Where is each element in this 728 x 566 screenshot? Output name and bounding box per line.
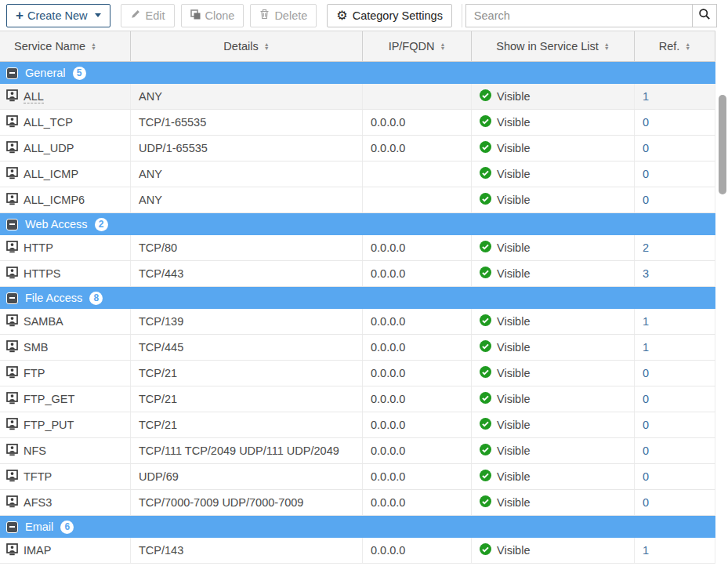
category-row[interactable]: Email 6 (0, 516, 715, 538)
ref-link[interactable]: 0 (643, 367, 649, 379)
ref-link[interactable]: 3 (643, 267, 649, 280)
table-row[interactable]: ALL_ICMP6 ANY Visible 0 (0, 187, 715, 213)
table-row[interactable]: ALL_ICMP ANY Visible 0 (0, 161, 715, 187)
column-header-ref[interactable]: Ref. ▲▼ (635, 31, 715, 61)
ref-link[interactable]: 0 (643, 168, 649, 180)
edit-button[interactable]: Edit (121, 4, 175, 27)
table-row[interactable]: SAMBA TCP/139 0.0.0.0 Visible 1 (0, 309, 715, 335)
column-header-label: Show in Service List (496, 40, 599, 53)
column-header-ip-fqdn[interactable]: IP/FQDN ▲▼ (363, 31, 472, 61)
service-name-cell: ALL_UDP (0, 136, 131, 161)
search-button[interactable] (692, 5, 716, 27)
service-ip-cell: 0.0.0.0 (363, 438, 472, 463)
ref-link[interactable]: 0 (643, 194, 649, 206)
ref-link[interactable]: 0 (643, 444, 649, 457)
collapse-minus-icon[interactable] (6, 67, 18, 79)
table-row[interactable]: FTP TCP/21 0.0.0.0 Visible 0 (0, 361, 715, 386)
ref-link[interactable]: 1 (643, 90, 649, 103)
column-header-label: Service Name (14, 40, 85, 53)
show-in-service-list-cell: Visible (472, 386, 635, 412)
service-terminal-icon (6, 495, 18, 510)
service-ip-cell: 0.0.0.0 (363, 538, 472, 563)
service-ip-cell: 0.0.0.0 (363, 261, 472, 286)
create-new-label: Create New (27, 9, 88, 22)
service-name-cell: AFS3 (0, 490, 131, 515)
service-ip-cell (363, 161, 472, 187)
service-ip-cell: 0.0.0.0 (363, 235, 472, 260)
vertical-scrollbar-thumb[interactable] (719, 95, 726, 194)
category-settings-button[interactable]: ⚙ Category Settings (327, 4, 452, 27)
table-row[interactable]: HTTP TCP/80 0.0.0.0 Visible 2 (0, 235, 715, 261)
ref-link[interactable]: 2 (643, 241, 649, 254)
service-details: TCP/143 (139, 544, 183, 557)
service-terminal-icon (6, 89, 18, 104)
ref-link[interactable]: 0 (643, 142, 649, 154)
category-row[interactable]: File Access 8 (0, 287, 715, 309)
show-in-service-list-cell: Visible (472, 361, 635, 386)
visible-label: Visible (497, 367, 530, 379)
table-row[interactable]: ALL_TCP TCP/1-65535 0.0.0.0 Visible 0 (0, 110, 715, 136)
service-details: TCP/111 TCP/2049 UDP/111 UDP/2049 (139, 444, 339, 457)
category-row[interactable]: Web Access 2 (0, 213, 715, 235)
table-row[interactable]: SMB TCP/445 0.0.0.0 Visible 1 (0, 335, 715, 361)
ref-link[interactable]: 1 (643, 341, 649, 354)
visible-label: Visible (497, 315, 530, 328)
service-ip-cell: 0.0.0.0 (363, 464, 472, 489)
search-input[interactable] (466, 5, 692, 27)
ref-link[interactable]: 1 (643, 315, 649, 328)
ref-cell: 1 (635, 538, 715, 563)
service-name-cell: SAMBA (0, 309, 131, 334)
service-terminal-icon (6, 141, 18, 156)
service-name: FTP_GET (24, 393, 74, 405)
ref-link[interactable]: 0 (643, 116, 649, 129)
clone-button[interactable]: Clone (181, 4, 244, 27)
ref-link[interactable]: 0 (643, 496, 649, 509)
service-ip-cell: 0.0.0.0 (363, 361, 472, 386)
ref-link[interactable]: 0 (643, 470, 649, 483)
green-check-circle-icon (480, 314, 491, 328)
ref-link[interactable]: 0 (643, 419, 649, 431)
ref-link[interactable]: 1 (643, 544, 649, 557)
visible-label: Visible (497, 544, 530, 557)
service-name: SMB (24, 341, 48, 354)
green-check-circle-icon (480, 418, 491, 432)
sort-arrows-icon: ▲▼ (264, 42, 270, 51)
column-header-details[interactable]: Details ▲▼ (131, 31, 363, 61)
service-details: ANY (139, 90, 162, 103)
table-row[interactable]: TFTP UDP/69 0.0.0.0 Visible 0 (0, 464, 715, 490)
collapse-minus-icon[interactable] (6, 292, 18, 304)
service-name: ALL_ICMP (24, 168, 78, 180)
table-row[interactable]: AFS3 TCP/7000-7009 UDP/7000-7009 0.0.0.0… (0, 490, 715, 516)
category-row[interactable]: General 5 (0, 62, 715, 84)
chevron-down-icon (95, 13, 101, 17)
table-row[interactable]: ALL_UDP UDP/1-65535 0.0.0.0 Visible 0 (0, 136, 715, 161)
delete-button[interactable]: Delete (250, 4, 317, 27)
category-label: File Access (25, 292, 82, 304)
table-row[interactable]: IMAP TCP/143 0.0.0.0 Visible 1 (0, 538, 715, 564)
collapse-minus-icon[interactable] (6, 219, 18, 230)
table-row[interactable]: FTP_PUT TCP/21 0.0.0.0 Visible 0 (0, 412, 715, 438)
service-name: HTTP (24, 241, 53, 254)
service-name: AFS3 (24, 496, 52, 509)
create-new-button[interactable]: + Create New (6, 4, 110, 27)
service-ip: 0.0.0.0 (371, 142, 405, 154)
column-header-service-name[interactable]: Service Name ▲▼ (0, 31, 131, 61)
service-terminal-icon (6, 241, 18, 256)
ref-cell: 0 (635, 161, 715, 187)
table-row[interactable]: FTP_GET TCP/21 0.0.0.0 Visible 0 (0, 386, 715, 412)
collapse-minus-icon[interactable] (6, 521, 18, 533)
ref-link[interactable]: 0 (643, 393, 649, 405)
service-terminal-icon (6, 444, 18, 459)
table-row[interactable]: ALL ANY Visible 1 (0, 84, 715, 110)
service-details: TCP/139 (139, 315, 183, 328)
table-row[interactable]: HTTPS TCP/443 0.0.0.0 Visible 3 (0, 261, 715, 287)
service-ip: 0.0.0.0 (371, 444, 405, 457)
service-name-cell: IMAP (0, 538, 131, 563)
column-header-show-in-service-list[interactable]: Show in Service List ▲▼ (472, 31, 635, 61)
table-row[interactable]: NFS TCP/111 TCP/2049 UDP/111 UDP/2049 0.… (0, 438, 715, 464)
ref-cell: 0 (635, 136, 715, 161)
green-check-circle-icon (480, 167, 491, 181)
service-name-cell: HTTPS (0, 261, 131, 286)
service-details-cell: TCP/21 (131, 361, 363, 386)
vertical-scrollbar-track[interactable] (715, 93, 728, 566)
